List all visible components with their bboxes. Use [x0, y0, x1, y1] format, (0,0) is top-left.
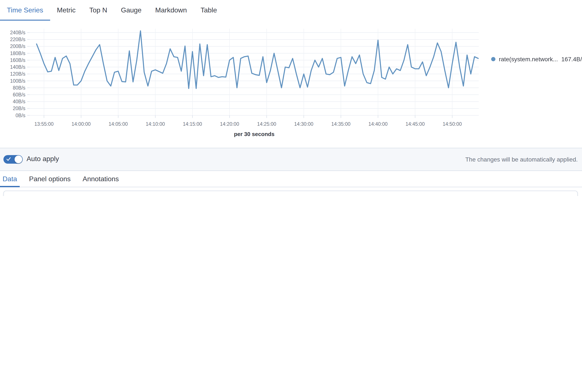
visualization-type-tabs: Time Series Metric Top N Gauge Markdown …: [0, 0, 582, 21]
legend-series-label: rate(system.network...: [499, 56, 558, 62]
svg-text:140B/s: 140B/s: [10, 64, 26, 70]
svg-text:120B/s: 120B/s: [10, 71, 26, 77]
svg-text:20B/s: 20B/s: [13, 106, 26, 111]
svg-text:160B/s: 160B/s: [10, 58, 26, 63]
svg-text:14:10:00: 14:10:00: [146, 121, 165, 127]
tsvb-editor: Time Series Metric Top N Gauge Markdown …: [0, 0, 582, 196]
auto-apply-label: Auto apply: [27, 155, 59, 163]
time-series-chart: 0B/s20B/s40B/s60B/s80B/s100B/s120B/s140B…: [0, 20, 582, 148]
svg-text:14:20:00: 14:20:00: [220, 121, 239, 127]
legend-series-dot: [491, 57, 495, 61]
svg-text:14:40:00: 14:40:00: [368, 121, 388, 127]
svg-text:40B/s: 40B/s: [13, 99, 26, 104]
svg-text:240B/s: 240B/s: [10, 30, 26, 35]
series-card: Metrics Options Aggregation Max Field sy…: [4, 191, 578, 196]
chart-canvas: 0B/s20B/s40B/s60B/s80B/s100B/s120B/s140B…: [0, 20, 582, 145]
svg-text:per 30 seconds: per 30 seconds: [234, 131, 275, 137]
check-icon: [7, 157, 11, 161]
toggle-knob: [15, 156, 22, 163]
svg-text:13:55:00: 13:55:00: [34, 121, 54, 127]
svg-text:14:45:00: 14:45:00: [405, 121, 425, 127]
auto-apply-note: The changes will be automatically applie…: [465, 156, 578, 163]
svg-text:14:15:00: 14:15:00: [183, 121, 202, 127]
tab-markdown[interactable]: Markdown: [148, 0, 194, 20]
svg-text:14:30:00: 14:30:00: [294, 121, 313, 127]
tab-annotations[interactable]: Annotations: [80, 171, 122, 187]
svg-text:14:00:00: 14:00:00: [72, 121, 91, 127]
svg-text:14:05:00: 14:05:00: [109, 121, 128, 127]
auto-apply-bar: Auto apply The changes will be automatic…: [0, 148, 582, 171]
svg-text:80B/s: 80B/s: [13, 85, 26, 90]
svg-text:14:35:00: 14:35:00: [331, 121, 351, 127]
svg-text:60B/s: 60B/s: [13, 92, 26, 98]
svg-text:220B/s: 220B/s: [10, 37, 26, 42]
svg-text:200B/s: 200B/s: [10, 44, 26, 49]
tab-label: Metric: [57, 6, 76, 14]
tab-label: Annotations: [83, 175, 119, 183]
tab-label: Top N: [89, 6, 107, 14]
legend-item[interactable]: rate(system.network... 167.4B/s: [491, 56, 582, 62]
tab-label: Markdown: [155, 6, 187, 14]
tab-table[interactable]: Table: [194, 0, 224, 20]
svg-text:180B/s: 180B/s: [10, 50, 26, 56]
auto-apply-toggle[interactable]: [4, 155, 23, 164]
tab-label: Time Series: [7, 6, 43, 14]
tab-label: Panel options: [29, 175, 71, 183]
tab-data[interactable]: Data: [0, 171, 20, 187]
tab-gauge[interactable]: Gauge: [114, 0, 148, 20]
tab-time-series[interactable]: Time Series: [0, 0, 50, 20]
tab-label: Gauge: [121, 6, 141, 14]
svg-text:14:50:00: 14:50:00: [443, 121, 462, 127]
tab-label: Table: [201, 6, 217, 14]
svg-text:14:25:00: 14:25:00: [257, 121, 276, 127]
tab-label: Data: [3, 175, 17, 183]
svg-text:100B/s: 100B/s: [10, 78, 26, 84]
svg-text:0B/s: 0B/s: [16, 113, 26, 118]
tab-top-n[interactable]: Top N: [83, 0, 114, 20]
tab-metric[interactable]: Metric: [50, 0, 83, 20]
tab-panel-options[interactable]: Panel options: [27, 171, 73, 187]
legend-series-value: 167.4B/s: [561, 56, 582, 62]
editor-tabs: Data Panel options Annotations: [0, 171, 582, 187]
